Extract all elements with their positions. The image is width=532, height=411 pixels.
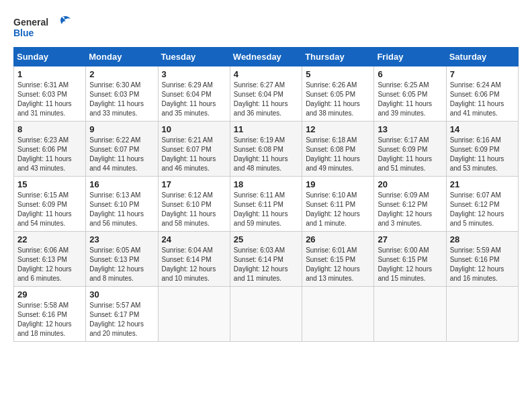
- calendar-day-cell: 2Sunrise: 6:30 AM Sunset: 6:03 PM Daylig…: [86, 66, 158, 122]
- day-info: Sunrise: 6:16 AM Sunset: 6:09 PM Dayligh…: [450, 136, 515, 173]
- svg-text:General: General: [13, 17, 48, 28]
- calendar-day-cell: 27Sunrise: 6:00 AM Sunset: 6:15 PM Dayli…: [374, 232, 446, 287]
- days-of-week-row: SundayMondayTuesdayWednesdayThursdayFrid…: [14, 48, 519, 66]
- calendar-day-cell: 4Sunrise: 6:27 AM Sunset: 6:04 PM Daylig…: [230, 66, 302, 122]
- calendar-day-cell: 17Sunrise: 6:12 AM Sunset: 6:10 PM Dayli…: [158, 177, 230, 232]
- calendar-week-row: 15Sunrise: 6:15 AM Sunset: 6:09 PM Dayli…: [14, 177, 519, 232]
- day-info: Sunrise: 6:18 AM Sunset: 6:08 PM Dayligh…: [306, 136, 370, 173]
- day-info: Sunrise: 6:07 AM Sunset: 6:12 PM Dayligh…: [450, 191, 515, 228]
- calendar-body: 1Sunrise: 6:31 AM Sunset: 6:03 PM Daylig…: [14, 66, 519, 342]
- day-number: 29: [17, 289, 82, 300]
- calendar-day-cell: [302, 287, 374, 342]
- calendar-day-cell: 26Sunrise: 6:01 AM Sunset: 6:15 PM Dayli…: [302, 232, 374, 287]
- calendar-table: SundayMondayTuesdayWednesdayThursdayFrid…: [13, 47, 519, 342]
- calendar-day-cell: 3Sunrise: 6:29 AM Sunset: 6:04 PM Daylig…: [158, 66, 230, 122]
- day-info: Sunrise: 6:25 AM Sunset: 6:05 PM Dayligh…: [378, 81, 442, 118]
- calendar-day-cell: 15Sunrise: 6:15 AM Sunset: 6:09 PM Dayli…: [14, 177, 86, 232]
- day-info: Sunrise: 6:01 AM Sunset: 6:15 PM Dayligh…: [306, 246, 370, 283]
- day-info: Sunrise: 6:13 AM Sunset: 6:10 PM Dayligh…: [89, 191, 154, 228]
- day-info: Sunrise: 6:30 AM Sunset: 6:03 PM Dayligh…: [89, 81, 154, 118]
- calendar-week-row: 29Sunrise: 5:58 AM Sunset: 6:16 PM Dayli…: [14, 287, 519, 342]
- calendar-day-cell: 20Sunrise: 6:09 AM Sunset: 6:12 PM Dayli…: [374, 177, 446, 232]
- calendar-day-cell: 16Sunrise: 6:13 AM Sunset: 6:10 PM Dayli…: [86, 177, 158, 232]
- day-info: Sunrise: 6:09 AM Sunset: 6:12 PM Dayligh…: [378, 191, 442, 228]
- calendar-day-cell: 1Sunrise: 6:31 AM Sunset: 6:03 PM Daylig…: [14, 66, 86, 122]
- calendar-day-cell: 6Sunrise: 6:25 AM Sunset: 6:05 PM Daylig…: [374, 66, 446, 122]
- day-info: Sunrise: 5:57 AM Sunset: 6:17 PM Dayligh…: [89, 301, 154, 338]
- calendar-day-cell: 12Sunrise: 6:18 AM Sunset: 6:08 PM Dayli…: [302, 122, 374, 177]
- day-info: Sunrise: 6:21 AM Sunset: 6:07 PM Dayligh…: [162, 136, 226, 173]
- day-info: Sunrise: 6:15 AM Sunset: 6:09 PM Dayligh…: [17, 191, 82, 228]
- day-number: 22: [17, 234, 82, 244]
- day-of-week-header: Saturday: [446, 48, 518, 66]
- day-of-week-header: Sunday: [14, 48, 86, 66]
- day-number: 21: [450, 179, 515, 189]
- calendar-day-cell: 9Sunrise: 6:22 AM Sunset: 6:07 PM Daylig…: [86, 122, 158, 177]
- day-info: Sunrise: 6:12 AM Sunset: 6:10 PM Dayligh…: [162, 191, 226, 228]
- calendar-day-cell: 11Sunrise: 6:19 AM Sunset: 6:08 PM Dayli…: [230, 122, 302, 177]
- day-info: Sunrise: 6:23 AM Sunset: 6:06 PM Dayligh…: [17, 136, 82, 173]
- calendar-day-cell: 5Sunrise: 6:26 AM Sunset: 6:05 PM Daylig…: [302, 66, 374, 122]
- day-info: Sunrise: 6:29 AM Sunset: 6:04 PM Dayligh…: [162, 81, 226, 118]
- calendar-week-row: 22Sunrise: 6:06 AM Sunset: 6:13 PM Dayli…: [14, 232, 519, 287]
- day-number: 9: [89, 124, 154, 134]
- day-number: 6: [378, 69, 442, 79]
- day-number: 28: [450, 234, 515, 244]
- day-number: 12: [306, 124, 370, 134]
- day-number: 23: [89, 234, 154, 244]
- calendar-day-cell: 28Sunrise: 5:59 AM Sunset: 6:16 PM Dayli…: [446, 232, 518, 287]
- day-number: 2: [89, 69, 154, 79]
- day-number: 11: [234, 124, 298, 134]
- day-number: 7: [450, 69, 515, 79]
- calendar-week-row: 8Sunrise: 6:23 AM Sunset: 6:06 PM Daylig…: [14, 122, 519, 177]
- calendar-day-cell: 7Sunrise: 6:24 AM Sunset: 6:06 PM Daylig…: [446, 66, 518, 122]
- day-number: 20: [378, 179, 442, 189]
- day-of-week-header: Thursday: [302, 48, 374, 66]
- calendar-week-row: 1Sunrise: 6:31 AM Sunset: 6:03 PM Daylig…: [14, 66, 519, 122]
- day-info: Sunrise: 6:11 AM Sunset: 6:11 PM Dayligh…: [234, 191, 298, 228]
- calendar-day-cell: 14Sunrise: 6:16 AM Sunset: 6:09 PM Dayli…: [446, 122, 518, 177]
- day-number: 18: [234, 179, 298, 189]
- calendar-day-cell: 22Sunrise: 6:06 AM Sunset: 6:13 PM Dayli…: [14, 232, 86, 287]
- calendar-day-cell: 10Sunrise: 6:21 AM Sunset: 6:07 PM Dayli…: [158, 122, 230, 177]
- day-number: 16: [89, 179, 154, 189]
- day-number: 13: [378, 124, 442, 134]
- logo-icon: General Blue: [13, 13, 74, 40]
- day-info: Sunrise: 6:05 AM Sunset: 6:13 PM Dayligh…: [89, 246, 154, 283]
- day-number: 17: [162, 179, 226, 189]
- calendar-day-cell: 21Sunrise: 6:07 AM Sunset: 6:12 PM Dayli…: [446, 177, 518, 232]
- day-number: 1: [17, 69, 82, 79]
- day-info: Sunrise: 6:06 AM Sunset: 6:13 PM Dayligh…: [17, 246, 82, 283]
- calendar-day-cell: [230, 287, 302, 342]
- day-number: 19: [306, 179, 370, 189]
- day-info: Sunrise: 6:31 AM Sunset: 6:03 PM Dayligh…: [17, 81, 82, 118]
- day-number: 15: [17, 179, 82, 189]
- day-number: 24: [162, 234, 226, 244]
- day-info: Sunrise: 5:59 AM Sunset: 6:16 PM Dayligh…: [450, 246, 515, 283]
- day-info: Sunrise: 6:04 AM Sunset: 6:14 PM Dayligh…: [162, 246, 226, 283]
- day-of-week-header: Friday: [374, 48, 446, 66]
- calendar-day-cell: [446, 287, 518, 342]
- day-of-week-header: Tuesday: [158, 48, 230, 66]
- calendar-day-cell: 23Sunrise: 6:05 AM Sunset: 6:13 PM Dayli…: [86, 232, 158, 287]
- day-number: 30: [89, 289, 154, 300]
- day-number: 4: [234, 69, 298, 79]
- day-info: Sunrise: 6:10 AM Sunset: 6:11 PM Dayligh…: [306, 191, 370, 228]
- svg-text:Blue: Blue: [13, 28, 34, 38]
- day-info: Sunrise: 6:17 AM Sunset: 6:09 PM Dayligh…: [378, 136, 442, 173]
- day-info: Sunrise: 6:19 AM Sunset: 6:08 PM Dayligh…: [234, 136, 298, 173]
- calendar-day-cell: 29Sunrise: 5:58 AM Sunset: 6:16 PM Dayli…: [14, 287, 86, 342]
- day-info: Sunrise: 6:00 AM Sunset: 6:15 PM Dayligh…: [378, 246, 442, 283]
- calendar-day-cell: 30Sunrise: 5:57 AM Sunset: 6:17 PM Dayli…: [86, 287, 158, 342]
- calendar-day-cell: 18Sunrise: 6:11 AM Sunset: 6:11 PM Dayli…: [230, 177, 302, 232]
- day-number: 8: [17, 124, 82, 134]
- day-number: 10: [162, 124, 226, 134]
- day-number: 14: [450, 124, 515, 134]
- calendar-day-cell: 25Sunrise: 6:03 AM Sunset: 6:14 PM Dayli…: [230, 232, 302, 287]
- day-number: 26: [306, 234, 370, 244]
- page-header: General Blue: [13, 13, 519, 40]
- calendar-day-cell: 8Sunrise: 6:23 AM Sunset: 6:06 PM Daylig…: [14, 122, 86, 177]
- calendar-day-cell: [158, 287, 230, 342]
- day-number: 27: [378, 234, 442, 244]
- day-info: Sunrise: 6:24 AM Sunset: 6:06 PM Dayligh…: [450, 81, 515, 118]
